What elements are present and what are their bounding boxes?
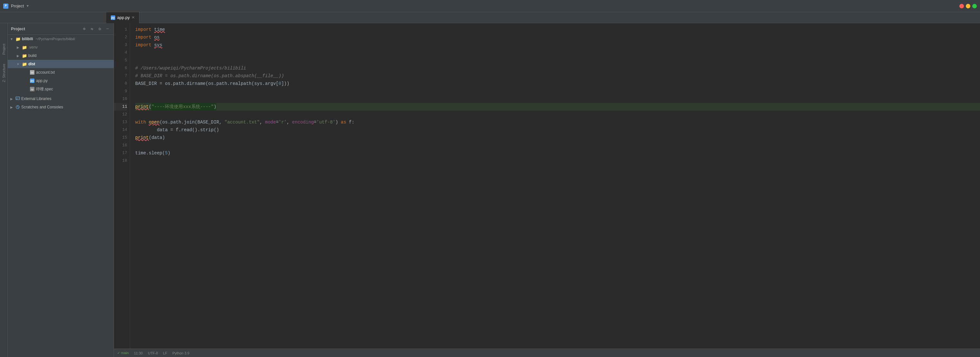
file-icon-apppy: py xyxy=(30,78,35,83)
token-basedir: BASE_DIR = os.path.dirname(os.path.realp… xyxy=(135,80,278,87)
tree-item-extlibs[interactable]: ▶ External Libraries xyxy=(8,95,114,103)
status-encoding[interactable]: UTF-8 xyxy=(148,351,158,355)
hide-icon[interactable]: — xyxy=(105,26,110,32)
token-mode: mode xyxy=(265,118,276,126)
code-line-15: print (data) xyxy=(135,134,980,141)
ln-6: 6 xyxy=(114,64,127,72)
tree-item-account[interactable]: ▶ txt account.txt xyxy=(8,68,114,76)
tab-label: app.py xyxy=(117,15,130,20)
line-numbers: 1 2 3 4 5 6 7 8 9 10 11 12 13 14 15 16 1… xyxy=(114,23,130,349)
arrow-venv: ▶ xyxy=(16,45,21,50)
status-lf-text: LF xyxy=(163,351,167,355)
code-line-5 xyxy=(135,57,980,64)
code-line-2: import os xyxy=(135,33,980,41)
gutter-tab-project[interactable]: Project xyxy=(1,43,6,56)
tab-close-button[interactable]: ✕ xyxy=(132,16,135,20)
close-button[interactable] xyxy=(959,4,964,8)
status-line-col[interactable]: 11:30 xyxy=(134,351,143,355)
token-str-r: 'r' xyxy=(278,118,286,126)
label-extlibs: External Libraries xyxy=(21,97,51,101)
tree-item-bilibili[interactable]: ▼ 📁 bilibili ~/PycharmProjects/bilibili xyxy=(8,35,114,43)
svg-rect-2 xyxy=(16,99,18,99)
settings-icon[interactable]: ⚙ xyxy=(97,26,103,32)
minimize-button[interactable] xyxy=(966,4,970,8)
ln-2: 2 xyxy=(114,33,127,41)
ln-15: 15 xyxy=(114,134,127,141)
code-line-7: # BASE_DIR = os.path.dirname(os.path.abs… xyxy=(135,72,980,80)
folder-icon-build: 📁 xyxy=(22,53,27,58)
gutter-tab-structure[interactable]: Z: Structure xyxy=(1,62,6,83)
folder-icon-dist: 📁 xyxy=(22,62,27,67)
token-sys: sys xyxy=(154,41,162,49)
title-bar-dropdown[interactable]: ▼ xyxy=(26,4,29,8)
ln-11: 11 xyxy=(114,103,127,111)
token-time-sleep: time.sleep( xyxy=(135,149,165,157)
svg-line-5 xyxy=(18,107,19,108)
editor-content[interactable]: 1 2 3 4 5 6 7 8 9 10 11 12 13 14 15 16 1… xyxy=(114,23,980,349)
code-line-10 xyxy=(135,95,980,103)
ln-18: 18 xyxy=(114,157,127,165)
left-gutter: Project Z: Structure xyxy=(0,23,8,357)
arrow-build: ▶ xyxy=(16,53,21,58)
status-encoding-text: UTF-8 xyxy=(148,351,158,355)
arrow-dist: ▼ xyxy=(16,62,21,67)
ln-14: 14 xyxy=(114,126,127,134)
status-line-col-text: 11:30 xyxy=(134,351,143,355)
tree-item-dist[interactable]: ▼ 📁 dist xyxy=(8,60,114,68)
code-line-6: # /Users/wupeiqi/PycharmProjects/bilibil… xyxy=(135,64,980,72)
folder-icon-bilibili: 📁 xyxy=(16,36,21,41)
scratch-icon xyxy=(16,105,20,109)
title-bar-title: Project xyxy=(11,3,24,8)
ln-8: 8 xyxy=(114,80,127,87)
title-bar: P Project ▼ xyxy=(0,0,980,12)
token-str-utf8: 'utf-8' xyxy=(317,118,336,126)
token-print-15: print xyxy=(135,134,149,141)
code-lines[interactable]: import time import os import sys xyxy=(130,23,980,349)
code-line-18 xyxy=(135,157,980,165)
label-build: build xyxy=(28,53,37,58)
ln-9: 9 xyxy=(114,87,127,95)
token-cmt-7: # BASE_DIR = os.path.dirname(os.path.abs… xyxy=(135,72,284,80)
token-os: os xyxy=(154,33,160,41)
code-line-8: BASE_DIR = os.path.dirname(os.path.realp… xyxy=(135,80,980,87)
label-scratches: Scratches and Consoles xyxy=(21,105,63,109)
editor-area: 1 2 3 4 5 6 7 8 9 10 11 12 13 14 15 16 1… xyxy=(114,23,980,357)
tree-item-apppy[interactable]: ▶ py app.py xyxy=(8,76,114,85)
file-icon-spec: sp xyxy=(30,87,35,92)
ln-16: 16 xyxy=(114,141,127,149)
token-import-2: import xyxy=(135,33,151,41)
main-layout: Project Z: Structure Project ⊕ ⇆ ⚙ — ▼ 📁… xyxy=(0,23,980,357)
ln-13: 13 xyxy=(114,118,127,126)
maximize-button[interactable] xyxy=(972,4,977,8)
tree-item-venv[interactable]: ▶ 📁 .venv xyxy=(8,43,114,51)
ln-4: 4 xyxy=(114,49,127,57)
status-bar: ✓ main 11:30 UTF-8 LF Python 3.9 xyxy=(114,349,980,357)
code-line-17: time.sleep( 5 ) xyxy=(135,149,980,157)
token-print-11: print xyxy=(135,103,149,111)
status-python[interactable]: Python 3.9 xyxy=(172,351,189,355)
window-controls xyxy=(959,4,977,8)
token-with: with xyxy=(135,118,146,126)
py-file-icon: py xyxy=(111,16,115,20)
label-apppy: app.py xyxy=(36,78,48,83)
collapse-icon[interactable]: ⇆ xyxy=(89,26,95,32)
folder-icon-venv: 📁 xyxy=(22,45,27,50)
sidebar-header: Project ⊕ ⇆ ⚙ — xyxy=(8,23,114,35)
tree-item-spec[interactable]: ▶ sp 哔哩.spec xyxy=(8,85,114,93)
code-line-3: import sys xyxy=(135,41,980,49)
glob-icon[interactable]: ⊕ xyxy=(81,26,87,32)
tab-app-py[interactable]: py app.py ✕ xyxy=(106,12,139,23)
ln-10: 10 xyxy=(114,95,127,103)
status-lf[interactable]: LF xyxy=(163,351,167,355)
token-import-3: import xyxy=(135,41,151,49)
tree-item-scratches[interactable]: ▶ Scratches and Consoles xyxy=(8,103,114,111)
token-str-account: "account.txt" xyxy=(224,118,259,126)
ln-1: 1 xyxy=(114,26,127,33)
ln-3: 3 xyxy=(114,41,127,49)
code-line-1: import time xyxy=(135,26,980,33)
label-bilibili-path: ~/PycharmProjects/bilibili xyxy=(36,37,75,41)
label-venv: .venv xyxy=(28,45,38,49)
extlib-icon xyxy=(16,97,20,101)
tree-item-build[interactable]: ▶ 📁 build xyxy=(8,51,114,60)
ln-12: 12 xyxy=(114,111,127,118)
